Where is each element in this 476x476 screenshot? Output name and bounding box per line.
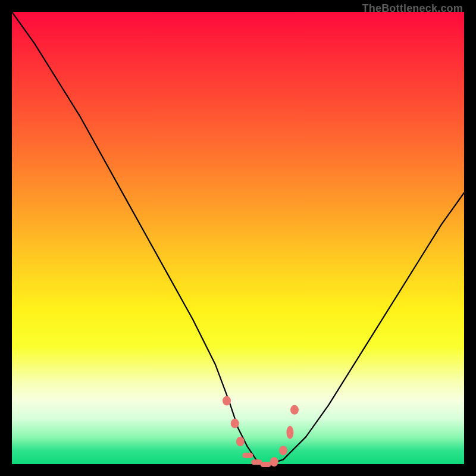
trough-marker (286, 426, 293, 439)
trough-marker (223, 396, 231, 406)
series-line (12, 12, 464, 464)
trough-marker (261, 462, 271, 467)
bottleneck-curve (12, 12, 464, 464)
chart-frame: TheBottleneck.com (12, 12, 464, 464)
trough-marker (279, 446, 287, 455)
trough-marker (242, 453, 253, 458)
trough-marker (231, 419, 239, 428)
trough-marker (236, 437, 245, 446)
trough-marker (270, 457, 278, 466)
trough-marker (290, 405, 299, 415)
